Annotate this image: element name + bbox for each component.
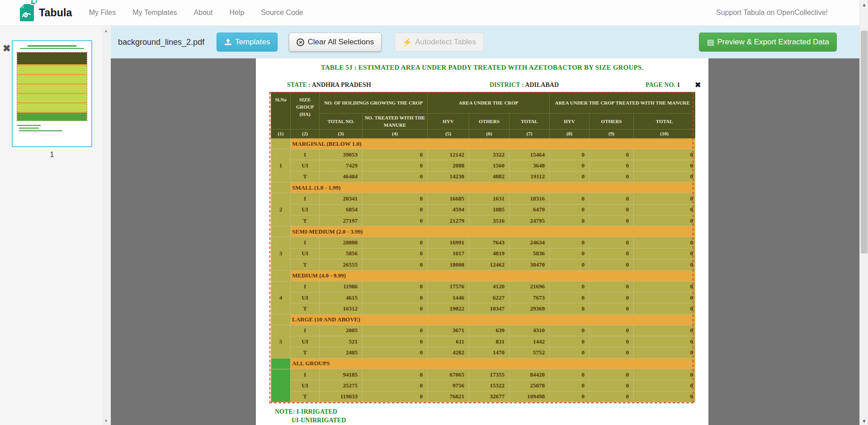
doc-page-no: PAGE NO. 1: [646, 81, 680, 89]
thumbnail-page-number: 1: [12, 151, 92, 159]
doc-title: TABLE 5J : ESTIMATED AREA UNDER PADDY TR…: [256, 64, 708, 72]
selection-box[interactable]: [269, 92, 693, 403]
brand[interactable]: Tabula: [20, 4, 72, 21]
scroll-down-icon[interactable]: ▼: [102, 419, 110, 423]
pdf-page[interactable]: TABLE 5J : ESTIMATED AREA UNDER PADDY TR…: [256, 58, 708, 425]
pdf-canvas[interactable]: TABLE 5J : ESTIMATED AREA UNDER PADDY TR…: [111, 58, 859, 425]
scroll-down-icon[interactable]: ▼: [860, 419, 868, 424]
page-thumbnail[interactable]: [12, 40, 92, 147]
doc-note-1: NOTE: I-IRRIGATED: [275, 408, 337, 415]
sidebar: ✖ 1 ▲ ▼: [0, 26, 111, 425]
navbar: Tabula My FilesMy TemplatesAboutHelpSour…: [0, 0, 859, 26]
nav-link-help[interactable]: Help: [229, 9, 244, 17]
scrollbar-thumb[interactable]: [861, 31, 868, 253]
preview-export-button[interactable]: ▤ Preview & Export Extracted Data: [699, 33, 837, 52]
filename-label: background_lines_2.pdf: [118, 38, 217, 47]
thumb-title-line: [28, 45, 76, 47]
page-fold-decoration: [20, 4, 24, 8]
pdf-swirl-icon: [22, 10, 32, 19]
templates-button[interactable]: Templates: [217, 33, 278, 52]
lightning-icon: ⚡: [402, 38, 412, 46]
nav-links: My FilesMy TemplatesAboutHelpSource Code: [89, 9, 303, 17]
export-button-label: Preview & Export Extracted Data: [717, 38, 829, 47]
nav-link-my-files[interactable]: My Files: [89, 9, 116, 17]
page-thumbnail-preview: [17, 52, 87, 121]
scroll-up-icon[interactable]: ▲: [860, 2, 868, 7]
doc-note-2: UI-UNIRRIGATED: [292, 417, 346, 424]
clear-button-label: Clear All Selections: [307, 38, 373, 47]
doc-state: STATE : ANDHRA PRADESH: [287, 81, 371, 89]
tabula-logo-icon: [20, 4, 34, 21]
doc-district: DISTRICT : ADILABAD: [490, 81, 559, 89]
thumb-subtitle-line: [20, 48, 85, 49]
selection-close-icon[interactable]: ✖: [695, 81, 701, 89]
table-list-icon: ▤: [707, 38, 714, 46]
remove-circle-icon: ✕: [297, 38, 304, 46]
nav-link-source-code[interactable]: Source Code: [261, 9, 303, 17]
templates-button-label: Templates: [235, 38, 270, 47]
toolbar: background_lines_2.pdf Templates ✕ Clear…: [111, 26, 859, 58]
clear-all-selections-button[interactable]: ✕ Clear All Selections: [289, 33, 381, 52]
autodetect-button-label: Autodetect Tables: [415, 38, 476, 47]
scroll-up-icon[interactable]: ▲: [102, 29, 110, 33]
brand-name: Tabula: [39, 7, 72, 19]
main-scrollbar[interactable]: ▲ ▼: [859, 0, 868, 425]
nav-link-about[interactable]: About: [194, 9, 213, 17]
lock-icon: [30, 0, 36, 5]
templates-icon: [224, 38, 232, 46]
remove-file-icon[interactable]: ✖: [3, 43, 11, 54]
sidebar-scrollbar[interactable]: ▲ ▼: [102, 26, 110, 425]
nav-link-my-templates[interactable]: My Templates: [132, 9, 177, 17]
support-link[interactable]: Support Tabula on OpenCollective!: [716, 9, 828, 17]
autodetect-tables-button[interactable]: ⚡ Autodetect Tables: [395, 33, 484, 52]
